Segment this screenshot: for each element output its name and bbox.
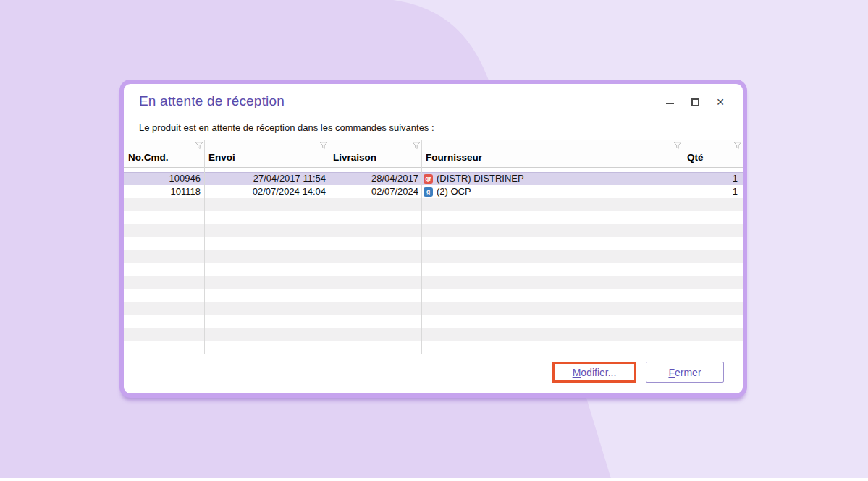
cell-qte: 1 <box>683 185 743 198</box>
cell-fournisseur: g (2) OCP <box>421 185 683 198</box>
fermer-button-label: Fermer <box>646 367 723 378</box>
cell-no-cmd: 101118 <box>124 185 204 198</box>
minimize-icon <box>666 103 674 104</box>
column-separator <box>204 140 205 354</box>
cell-livraison: 02/07/2024 <box>329 185 421 198</box>
table-row-empty[interactable] <box>124 302 743 315</box>
minimize-button[interactable] <box>665 96 675 108</box>
desktop-background: En attente de réception ✕ Le produit est… <box>0 0 868 481</box>
dialog-subtitle: Le produit est en attente de réception d… <box>139 122 434 133</box>
supplier-name: (DISTR) DISTRINEP <box>437 172 524 185</box>
table-header-row: No.Cmd. Envoi Livraison Fournisseur Qté <box>124 140 743 168</box>
table-row-empty[interactable] <box>124 289 743 302</box>
maximize-button[interactable] <box>690 96 700 108</box>
fermer-button[interactable]: Fermer <box>646 362 724 383</box>
table-empty-rows <box>124 198 743 354</box>
orders-table: No.Cmd. Envoi Livraison Fournisseur Qté <box>124 140 743 354</box>
column-header-no-cmd[interactable]: No.Cmd. <box>124 140 204 167</box>
cell-envoi: 02/07/2024 14:04 <box>204 185 329 198</box>
column-header-livraison[interactable]: Livraison <box>329 140 421 167</box>
table-row-empty[interactable] <box>124 198 743 211</box>
table-row[interactable]: 100946 27/04/2017 11:54 28/04/2017 gr (D… <box>124 172 743 185</box>
column-separator <box>329 140 329 354</box>
table-row-empty[interactable] <box>124 263 743 276</box>
cell-livraison: 28/04/2017 <box>329 172 421 185</box>
modifier-button-label: Modifier... <box>555 367 634 378</box>
filter-funnel-icon[interactable] <box>412 142 421 150</box>
modifier-button[interactable]: Modifier... <box>552 362 636 383</box>
table-row-empty[interactable] <box>124 276 743 289</box>
column-header-qte[interactable]: Qté <box>683 140 743 167</box>
table-row-empty[interactable] <box>124 341 743 354</box>
cell-qte: 1 <box>683 172 743 185</box>
table-row-empty[interactable] <box>124 224 743 237</box>
column-header-fournisseur[interactable]: Fournisseur <box>421 140 683 167</box>
dialog-title: En attente de réception <box>139 93 285 109</box>
bottom-white-strip <box>0 478 868 481</box>
dialog-en-attente-de-reception: En attente de réception ✕ Le produit est… <box>119 80 747 398</box>
supplier-type-badge: gr <box>424 174 433 184</box>
close-icon: ✕ <box>716 97 725 107</box>
filter-funnel-icon[interactable] <box>733 142 742 150</box>
filter-funnel-icon[interactable] <box>319 142 328 150</box>
maximize-icon <box>691 98 699 106</box>
table-row-empty[interactable] <box>124 250 743 263</box>
cell-envoi: 27/04/2017 11:54 <box>204 172 329 185</box>
close-button[interactable]: ✕ <box>715 96 725 108</box>
column-header-envoi[interactable]: Envoi <box>204 140 329 167</box>
filter-funnel-icon[interactable] <box>673 142 682 150</box>
supplier-name: (2) OCP <box>437 185 471 198</box>
table-row-empty[interactable] <box>124 328 743 341</box>
table-row-empty[interactable] <box>124 315 743 328</box>
cell-fournisseur: gr (DISTR) DISTRINEP <box>421 172 683 185</box>
window-controls: ✕ <box>665 95 725 108</box>
supplier-type-badge: g <box>424 187 433 197</box>
table-row-empty[interactable] <box>124 237 743 250</box>
filter-funnel-icon[interactable] <box>195 142 203 150</box>
table-row[interactable]: 101118 02/07/2024 14:04 02/07/2024 g (2)… <box>124 185 743 198</box>
column-separator <box>683 140 683 354</box>
table-row-empty[interactable] <box>124 211 743 224</box>
column-separator <box>421 140 422 354</box>
cell-no-cmd: 100946 <box>124 172 204 185</box>
